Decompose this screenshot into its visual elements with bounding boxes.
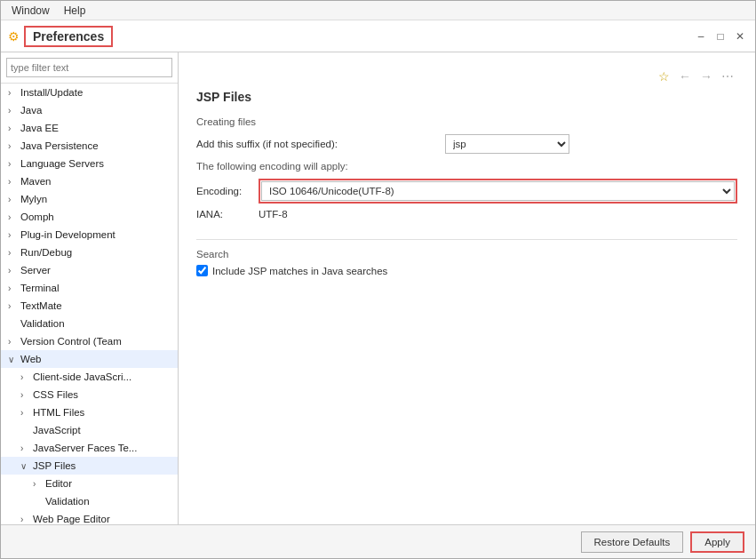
apply-button[interactable]: Apply [690, 531, 744, 553]
label-web-page-editor: Web Page Editor [33, 514, 110, 524]
arrow-css-files: › [20, 390, 33, 400]
preferences-title: Preferences [24, 26, 113, 47]
sidebar-item-server[interactable]: ›Server [1, 261, 178, 279]
restore-defaults-button[interactable]: Restore Defaults [581, 531, 684, 553]
sidebar-item-java-ee[interactable]: ›Java EE [1, 119, 178, 137]
sidebar-item-jsp-files[interactable]: ∨JSP Files [1, 457, 178, 475]
suffix-select[interactable]: jsp [445, 134, 569, 154]
arrow-run-debug: › [8, 248, 20, 258]
iana-value: UTF-8 [259, 209, 288, 220]
label-jsf: JavaServer Faces Te... [33, 443, 137, 453]
encoding-select-wrap: ISO 10646/Unicode(UTF-8) [259, 179, 737, 204]
preferences-window: Window Help ⚙ Preferences – □ ✕ ›Install… [0, 0, 756, 559]
main-body: ›Install/Update›Java›Java EE›Java Persis… [1, 52, 755, 524]
sidebar-item-web[interactable]: ∨Web [1, 350, 178, 368]
sidebar-item-validation-sub[interactable]: Validation [1, 492, 178, 510]
label-css-files: CSS Files [33, 389, 78, 400]
sidebar-item-editor[interactable]: ›Editor [1, 475, 178, 492]
label-plugin-development: Plug-in Development [20, 229, 115, 240]
arrow-terminal: › [8, 283, 20, 293]
suffix-label: Add this suffix (if not specified): [196, 139, 445, 149]
back-button[interactable]: ← [675, 67, 695, 86]
bookmark-button[interactable]: ☆ [654, 67, 673, 86]
label-server: Server [20, 265, 51, 276]
sidebar-item-run-debug[interactable]: ›Run/Debug [1, 244, 178, 261]
label-javascript: JavaScript [33, 425, 81, 435]
include-jsp-row: Include JSP matches in Java searches [196, 265, 737, 276]
label-install-update: Install/Update [20, 87, 83, 98]
include-jsp-checkbox[interactable] [196, 265, 208, 276]
label-java: Java [20, 105, 42, 116]
label-mylyn: Mylyn [20, 194, 47, 204]
sidebar-item-maven[interactable]: ›Maven [1, 172, 178, 190]
sidebar-item-plugin-development[interactable]: ›Plug-in Development [1, 226, 178, 244]
arrow-html-files: › [20, 408, 33, 418]
content-area: ☆ ← → ⋯ JSP Files Creating files Add thi… [179, 52, 755, 524]
label-client-side-js: Client-side JavaScri... [33, 371, 131, 382]
label-terminal: Terminal [20, 283, 59, 293]
suffix-row: Add this suffix (if not specified): jsp [196, 134, 737, 154]
sidebar-item-version-control[interactable]: ›Version Control (Team [1, 332, 178, 350]
forward-button[interactable]: → [696, 67, 716, 86]
arrow-language-servers: › [8, 159, 20, 169]
encoding-intro: The following encoding will apply: [196, 161, 737, 172]
menu-help[interactable]: Help [57, 3, 93, 19]
label-html-files: HTML Files [33, 407, 84, 418]
sidebar-item-css-files[interactable]: ›CSS Files [1, 386, 178, 403]
label-web: Web [20, 354, 41, 364]
arrow-mylyn: › [8, 195, 20, 204]
arrow-editor: › [33, 479, 45, 489]
label-jsp-files: JSP Files [33, 460, 76, 471]
menu-window[interactable]: Window [4, 3, 57, 19]
more-button[interactable]: ⋯ [718, 67, 737, 86]
maximize-button[interactable]: □ [712, 28, 728, 44]
arrow-jsp-files: ∨ [20, 461, 33, 471]
sidebar-item-terminal[interactable]: ›Terminal [1, 279, 178, 297]
sidebar-item-java-persistence[interactable]: ›Java Persistence [1, 137, 178, 155]
arrow-version-control: › [8, 337, 20, 347]
sidebar-item-mylyn[interactable]: ›Mylyn [1, 190, 178, 208]
minimize-button[interactable]: – [693, 28, 709, 44]
label-validation: Validation [20, 318, 65, 329]
arrow-plugin-development: › [8, 230, 20, 240]
iana-label: IANA: [196, 209, 259, 220]
creating-files-label: Creating files [196, 116, 737, 127]
sidebar-item-client-side-js[interactable]: ›Client-side JavaScri... [1, 368, 178, 386]
encoding-select[interactable]: ISO 10646/Unicode(UTF-8) [261, 181, 735, 201]
label-editor: Editor [45, 478, 72, 489]
arrow-install-update: › [8, 88, 20, 98]
encoding-label: Encoding: [196, 186, 259, 196]
sidebar-item-javascript[interactable]: JavaScript [1, 421, 178, 439]
divider [196, 239, 737, 240]
preferences-header: ⚙ Preferences – □ ✕ [1, 20, 755, 52]
filter-wrap [1, 52, 178, 84]
sidebar-item-html-files[interactable]: ›HTML Files [1, 403, 178, 421]
tree-container[interactable]: ›Install/Update›Java›Java EE›Java Persis… [1, 84, 178, 524]
sidebar-item-validation[interactable]: Validation [1, 315, 178, 332]
sidebar-item-oomph[interactable]: ›Oomph [1, 208, 178, 226]
sidebar-item-java[interactable]: ›Java [1, 101, 178, 119]
arrow-jsf: › [20, 443, 33, 453]
sidebar-item-install-update[interactable]: ›Install/Update [1, 84, 178, 101]
preferences-icon: ⚙ [8, 29, 20, 44]
close-button[interactable]: ✕ [732, 28, 748, 44]
arrow-oomph: › [8, 212, 20, 222]
filter-input[interactable] [6, 58, 172, 77]
search-label: Search [196, 249, 737, 260]
label-version-control: Version Control (Team [20, 336, 122, 347]
arrow-web-page-editor: › [20, 515, 33, 524]
sidebar: ›Install/Update›Java›Java EE›Java Persis… [1, 52, 179, 524]
arrow-java-persistence: › [8, 141, 20, 151]
label-java-ee: Java EE [20, 123, 59, 133]
label-textmate: TextMate [20, 300, 62, 311]
bottom-bar: Restore Defaults Apply [1, 524, 755, 558]
content-title: JSP Files [196, 90, 737, 104]
menu-bar: Window Help [1, 1, 755, 20]
sidebar-item-textmate[interactable]: ›TextMate [1, 297, 178, 315]
include-jsp-label: Include JSP matches in Java searches [212, 266, 387, 276]
arrow-server: › [8, 266, 20, 276]
sidebar-item-language-servers[interactable]: ›Language Servers [1, 155, 178, 172]
sidebar-item-web-page-editor[interactable]: ›Web Page Editor [1, 510, 178, 524]
arrow-java-ee: › [8, 124, 20, 133]
sidebar-item-jsf[interactable]: ›JavaServer Faces Te... [1, 439, 178, 457]
